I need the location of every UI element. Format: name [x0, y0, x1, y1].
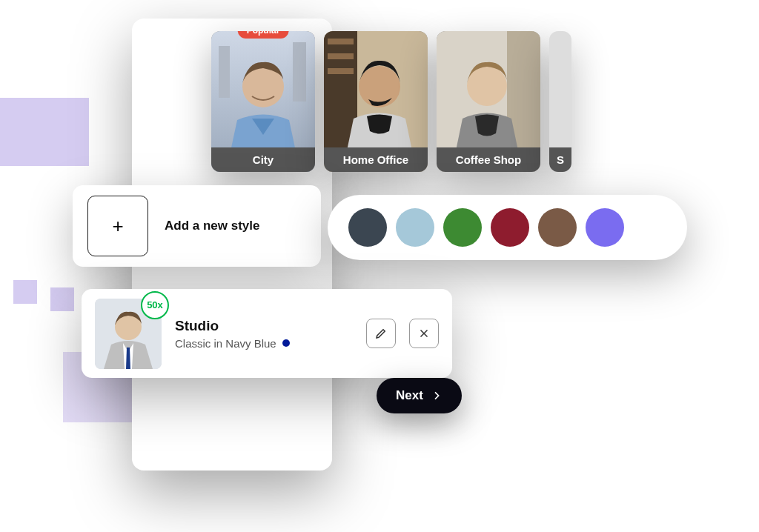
color-picker	[328, 195, 687, 260]
close-icon	[417, 327, 431, 340]
chevron-right-icon	[431, 390, 443, 402]
color-dot-icon	[282, 339, 290, 347]
color-swatch[interactable]	[396, 208, 434, 247]
add-style-button[interactable]: +	[87, 196, 148, 256]
style-card-home-office[interactable]: Home Office	[324, 31, 428, 172]
style-card-label: City	[211, 147, 315, 172]
selected-info: Studio Classic in Navy Blue	[175, 318, 353, 350]
decorative-rect	[50, 287, 74, 311]
style-options-row: Popular City Home Office	[211, 31, 571, 172]
color-swatch[interactable]	[538, 208, 577, 247]
edit-button[interactable]	[366, 319, 396, 348]
svg-rect-7	[328, 53, 354, 59]
svg-rect-8	[328, 68, 354, 74]
selected-subtitle-text: Classic in Navy Blue	[175, 337, 276, 350]
next-button[interactable]: Next	[377, 378, 462, 413]
add-style-label: Add a new style	[165, 219, 259, 233]
style-card-city[interactable]: Popular City	[211, 31, 315, 172]
delete-button[interactable]	[409, 319, 439, 348]
pencil-icon	[374, 327, 388, 340]
color-swatch[interactable]	[633, 208, 672, 247]
svg-rect-1	[219, 46, 230, 98]
selected-thumbnail: 50x	[95, 299, 162, 369]
svg-point-9	[359, 66, 400, 107]
decorative-rect	[0, 98, 89, 166]
color-swatch[interactable]	[348, 208, 387, 247]
plus-icon: +	[112, 215, 123, 238]
selected-title: Studio	[175, 318, 353, 334]
style-card-coffee-shop[interactable]: Coffee Shop	[437, 31, 540, 172]
style-card-partial[interactable]: S	[549, 31, 571, 172]
style-card-label: Coffee Shop	[437, 147, 540, 172]
color-swatch[interactable]	[491, 208, 529, 247]
color-swatch[interactable]	[443, 208, 482, 247]
style-card-label: S	[549, 147, 571, 172]
svg-rect-6	[328, 39, 354, 44]
style-card-label: Home Office	[324, 147, 428, 172]
svg-rect-2	[293, 42, 306, 102]
decorative-rect	[13, 280, 37, 304]
color-swatch[interactable]	[586, 208, 624, 247]
popular-badge: Popular	[238, 31, 289, 39]
count-badge: 50x	[141, 291, 169, 319]
next-label: Next	[396, 388, 423, 403]
selected-style-panel: 50x Studio Classic in Navy Blue	[82, 289, 452, 378]
selected-subtitle: Classic in Navy Blue	[175, 337, 353, 350]
add-style-panel: + Add a new style	[73, 185, 321, 267]
